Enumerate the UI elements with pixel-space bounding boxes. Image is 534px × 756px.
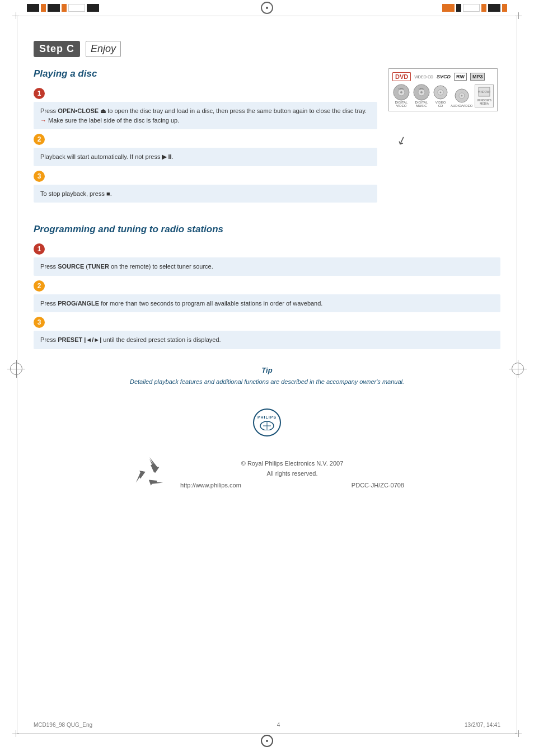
dvd-logo: DVD [392,72,411,81]
disc-icon-2: DISC DIGITAL MUSIC [413,83,430,107]
bar-right-6 [502,4,507,12]
footer-page-number: 4 [277,722,280,728]
step-3-badge-row: 3 [34,171,377,184]
radio-step-3-badge: 3 [34,317,45,328]
playing-step-1: 1 Press OPEN•CLOSE ⏏ to open the disc tr… [34,88,377,129]
stop-symbol: ■ [106,190,110,197]
radio-step-3-badge-row: 3 [34,317,500,330]
copyright-block: © Royal Philips Electronics N.V. 2007All… [180,459,404,488]
bar-left-3 [48,4,60,12]
radio-step-2-badge: 2 [34,280,45,292]
philips-website-row: http://www.philips.com PDCC-JH/ZC-0708 [180,482,404,489]
tip-title: Tip [34,366,500,374]
arrow-bullet-1: → [40,117,46,124]
disc-icon-3: VIDEO CD [433,84,448,107]
playing-disc-title: Playing a disc [34,68,377,79]
philips-text: PHILIPS [257,415,277,419]
step-3-badge: 3 [34,171,45,182]
rw-logo: RW [454,73,467,81]
step-2-badge-row: 2 [34,134,377,147]
border-line-top [17,16,517,16]
disc-1-label: DIGITAL VIDEO [392,101,410,107]
logos-row-1: DVD VIDEO CD SVCD RW MP3 [392,72,494,81]
svg-point-10 [440,92,442,93]
border-line-bottom [17,733,517,734]
open-close-label: OPEN•CLOSE ⏏ [58,107,106,114]
step-3-content: To stop playback, press ■. [34,185,377,203]
radio-step-2: 2 Press PROG/ANGLE for more than two sec… [34,280,500,313]
radio-step-1-content: Press SOURCE (TUNER on the remote) to se… [34,257,500,276]
footer-model-left: MCD196_98 QUG_Eng [34,722,92,728]
svg-point-2 [400,91,402,93]
recycle-icon [130,453,169,494]
radio-step-1-badge: 1 [34,243,45,255]
bar-right-5 [488,4,500,12]
playing-step-2: 2 Playback will start automatically. If … [34,134,377,166]
step-2-badge: 2 [34,134,45,145]
footer-bar: MCD196_98 QUG_Eng 4 13/2/07, 14:41 [34,722,500,728]
bar-left-1 [27,4,39,12]
playing-disc-left: Playing a disc 1 Press OPEN•CLOSE ⏏ to o… [34,68,377,207]
model-number: PDCC-JH/ZC-0708 [352,482,404,489]
step-header: Step C Enjoy [34,41,500,57]
svg-text:DISC: DISC [419,87,424,90]
playing-step-3: 3 To stop playback, press ■. [34,171,377,203]
svcd-logo: SVCD [437,74,451,79]
page-wrapper: Step C Enjoy Playing a disc 1 Press OPEN… [0,0,534,756]
source-label: SOURCE [58,263,84,270]
bottom-logos-row: © Royal Philips Electronics N.V. 2007All… [34,453,500,494]
copyright-body: Royal Philips Electronics N.V. 2007All r… [247,460,343,477]
step-enjoy-label: Enjoy [86,41,121,57]
main-content: Step C Enjoy Playing a disc 1 Press OPEN… [0,18,534,539]
logos-row-2: DISC DIGITAL VIDEO DISC [392,83,494,107]
step-2-content: Playback will start automatically. If no… [34,148,377,166]
copyright-symbol: © [241,460,246,467]
disc-logos-panel: DVD VIDEO CD SVCD RW MP3 [388,68,500,207]
tuner-label: TUNER [88,263,109,270]
bar-left-4 [62,4,67,12]
philips-logo: PHILIPS [253,408,281,436]
svg-text:WINDOWS: WINDOWS [478,90,490,93]
preset-label: PRESET |◄/►| [58,336,101,343]
tip-section: Tip Detailed playback features and addit… [34,366,500,387]
bar-left-2 [41,4,46,12]
philips-shield-svg [259,419,275,430]
disc-2-label: DIGITAL MUSIC [413,101,430,107]
bottom-center-circle [261,735,273,747]
videocs-logo: VIDEO CD [414,75,433,79]
bottom-dec-bar [0,736,534,746]
radio-step-1: 1 Press SOURCE (TUNER on the remote) to … [34,243,500,276]
step-c-label: Step C [34,41,80,57]
mp3-logo: MP3 [470,73,485,81]
svg-point-13 [461,95,462,97]
step-1-badge-row: 1 [34,88,377,101]
tip-text: Detailed playback features and additiona… [34,377,500,387]
bar-left-5 [68,4,85,12]
play-symbol: ▶ II [162,153,171,160]
radio-step-1-badge-row: 1 [34,243,500,256]
bar-right-2 [456,4,461,12]
copyright-text: © Royal Philips Electronics N.V. 2007All… [241,459,344,478]
disc-icon-4: AUDIO/VIDEO [451,88,472,107]
step-1-badge: 1 [34,88,45,99]
website-url: http://www.philips.com [180,482,241,489]
radio-step-3: 3 Press PRESET |◄/►| until the desired p… [34,317,500,349]
footer-date: 13/2/07, 14:41 [465,722,500,728]
disc-icon-1: DISC DIGITAL VIDEO [392,83,410,107]
svg-text:DISC: DISC [399,87,404,90]
radio-section-title: Programming and tuning to radio stations [34,224,500,235]
bar-right-4 [481,4,486,12]
step-1-content: Press OPEN•CLOSE ⏏ to open the disc tray… [34,102,377,129]
bottom-section: PHILIPS [34,408,500,505]
bar-right-3 [463,4,480,12]
prog-angle-label: PROG/ANGLE [58,300,99,307]
disc-4-label: AUDIO/VIDEO [451,104,472,107]
radio-step-3-content: Press PRESET |◄/►| until the desired pre… [34,331,500,349]
center-circle-top [261,2,273,14]
bar-left-6 [87,4,99,12]
disc-3-label: VIDEO CD [433,101,448,107]
svg-point-6 [420,91,423,93]
radio-section: Programming and tuning to radio stations… [34,224,500,349]
radio-step-2-badge-row: 2 [34,280,500,293]
playing-disc-section: Playing a disc 1 Press OPEN•CLOSE ⏏ to o… [34,68,500,207]
